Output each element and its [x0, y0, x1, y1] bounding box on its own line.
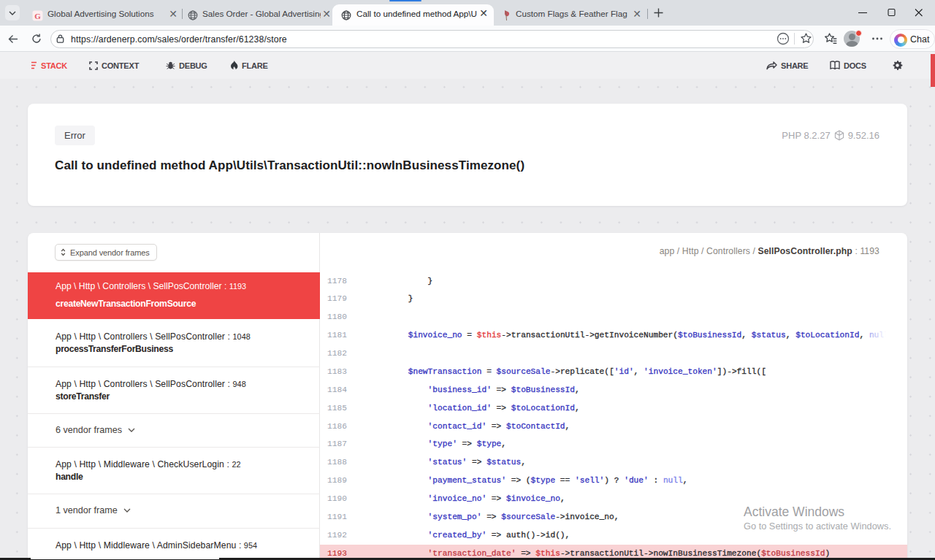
svg-text:G: G [34, 12, 41, 20]
